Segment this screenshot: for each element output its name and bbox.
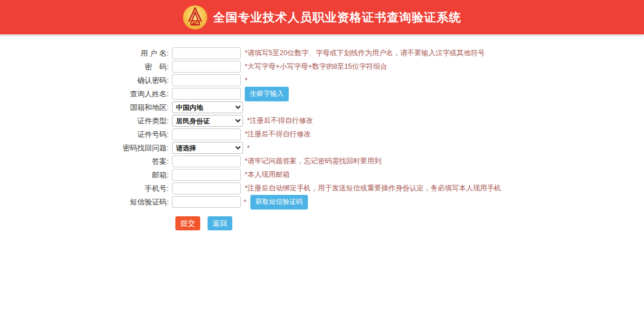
sms-code-label: 短信验证码: (0, 197, 172, 207)
get-sms-code-button[interactable]: 获取短信验证码 (250, 195, 308, 210)
recovery-question-hint: * (247, 144, 250, 152)
pta-logo-icon: PTA (183, 5, 208, 30)
answer-label: 答案: (0, 157, 172, 167)
form-actions: 提交 返回 (175, 216, 644, 230)
form-row-nationality: 国籍和地区: 中国内地 (0, 101, 644, 113)
email-label: 邮箱: (0, 170, 172, 180)
form-row-recovery-question: 密码找回问题: 请选择 * (0, 142, 644, 154)
id-number-label: 证件号码: (0, 130, 172, 140)
id-type-select[interactable]: 居民身份证 (172, 115, 243, 127)
form-row-id-type: 证件类型: 居民身份证 *注册后不得自行修改 (0, 115, 644, 127)
mobile-input[interactable] (172, 182, 241, 194)
email-hint: *本人现用邮箱 (245, 170, 290, 180)
sms-code-input[interactable] (172, 196, 241, 208)
confirm-password-label: 确认密码: (0, 75, 172, 86)
username-label: 用 户 名: (0, 48, 172, 59)
form-row-username: 用 户 名: *请填写5至20位数字、字母或下划线作为用户名，请不要输入汉字或其… (0, 47, 644, 59)
password-input[interactable] (172, 61, 241, 73)
confirm-password-input[interactable] (172, 74, 241, 86)
page-header: PTA 全国专业技术人员职业资格证书查询验证系统 (0, 0, 644, 34)
mobile-hint: *注册后自动绑定手机，用于发送短信或重要操作身份认定，务必填写本人现用手机 (245, 184, 501, 193)
query-name-input[interactable] (172, 88, 241, 100)
id-type-hint: *注册后不得自行修改 (247, 116, 313, 126)
form-row-email: 邮箱: *本人现用邮箱 (0, 169, 644, 181)
answer-hint: *请牢记问题答案，忘记密码需找回时要用到 (245, 157, 381, 166)
password-hint: *大写字母+小写字母+数字的8至15位字符组合 (245, 62, 387, 72)
recovery-question-select[interactable]: 请选择 (172, 142, 243, 154)
confirm-password-hint: * (245, 77, 248, 84)
email-input[interactable] (172, 169, 241, 181)
mobile-label: 手机号: (0, 184, 172, 194)
registration-form: 用 户 名: *请填写5至20位数字、字母或下划线作为用户名，请不要输入汉字或其… (0, 34, 644, 230)
username-input[interactable] (172, 47, 241, 59)
answer-input[interactable] (172, 155, 241, 167)
logo-text: PTA (191, 21, 199, 25)
submit-button[interactable]: 提交 (175, 216, 200, 230)
form-row-query-name: 查询人姓名: 生僻字输入 (0, 88, 644, 100)
sms-code-required-star: * (244, 198, 246, 206)
password-label: 密 码: (0, 62, 172, 72)
id-type-label: 证件类型: (0, 116, 172, 126)
form-row-answer: 答案: *请牢记问题答案，忘记密码需找回时要用到 (0, 155, 644, 167)
back-button[interactable]: 返回 (208, 216, 232, 230)
nationality-label: 国籍和地区: (0, 103, 172, 113)
id-number-hint: *注册后不得自行修改 (245, 130, 311, 139)
id-number-input[interactable] (172, 128, 241, 140)
form-row-mobile: 手机号: *注册后自动绑定手机，用于发送短信或重要操作身份认定，务必填写本人现用… (0, 182, 644, 194)
recovery-question-label: 密码找回问题: (0, 143, 172, 153)
rare-character-input-button[interactable]: 生僻字输入 (245, 87, 289, 101)
form-row-password: 密 码: *大写字母+小写字母+数字的8至15位字符组合 (0, 61, 644, 73)
nationality-select[interactable]: 中国内地 (172, 101, 243, 113)
query-name-label: 查询人姓名: (0, 89, 172, 99)
form-row-confirm-password: 确认密码: * (0, 74, 644, 86)
username-hint: *请填写5至20位数字、字母或下划线作为用户名，请不要输入汉字或其他符号 (245, 48, 485, 58)
form-row-id-number: 证件号码: *注册后不得自行修改 (0, 128, 644, 140)
page-title: 全国专业技术人员职业资格证书查询验证系统 (213, 10, 461, 25)
form-row-sms-code: 短信验证码: * 获取短信验证码 (0, 196, 644, 208)
